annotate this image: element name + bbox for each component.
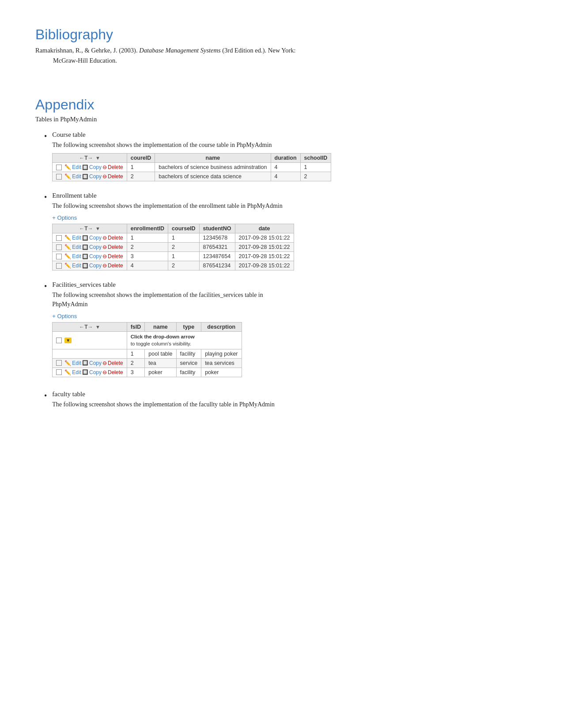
- course-row1-actions: ✏️ Edit 🔲 Copy ⊖ Delete: [53, 163, 127, 172]
- enroll-row2-checkbox[interactable]: [56, 244, 62, 250]
- copy-icon: 🔲: [82, 165, 88, 170]
- enroll-row4-date: 2017-09-28 15:01:22: [235, 261, 294, 270]
- fac-row3-name: poker: [145, 368, 176, 377]
- fac-col-type: type: [176, 323, 201, 332]
- bullet-content-facilities: Facilities_services table The following …: [52, 281, 528, 377]
- table-row: ✏️ Edit 🔲 Copy ⊖ Delete 3 1 1234876: [53, 252, 294, 261]
- enroll-row3-courseid: 1: [168, 252, 200, 261]
- fac-col-nav: ←T→ ▼: [53, 323, 127, 332]
- bullet-item-facilities: • Facilities_services table The followin…: [44, 281, 528, 377]
- fac-row2-actions: ✏️ Edit 🔲 Copy ⊖ Delete: [53, 358, 127, 368]
- fac-row2-checkbox[interactable]: [56, 360, 62, 366]
- delete-icon: ⊖: [102, 235, 107, 241]
- enroll-row3-checkbox[interactable]: [56, 254, 62, 259]
- fac-row2-fsid: 2: [127, 358, 145, 368]
- copy-button[interactable]: Copy: [89, 164, 102, 170]
- copy-button[interactable]: Copy: [89, 263, 102, 269]
- edit-icon: ✏️: [64, 235, 71, 241]
- enroll-row1-id: 1: [127, 233, 168, 243]
- table-row: ✏️ Edit 🔲 Copy ⊖ Delete 1 1 1234567: [53, 233, 294, 243]
- edit-button[interactable]: Edit: [72, 263, 81, 269]
- fac-row3-checkbox[interactable]: [56, 369, 62, 375]
- edit-button[interactable]: Edit: [72, 235, 81, 241]
- enroll-row2-actions: ✏️ Edit 🔲 Copy ⊖ Delete: [53, 243, 127, 252]
- enroll-row1-date: 2017-09-28 15:01:22: [235, 233, 294, 243]
- bullet-item-faculty: • faculty table The following screenshot…: [44, 390, 528, 413]
- course-row2-schoolid: 2: [300, 172, 331, 181]
- edit-icon: ✏️: [64, 253, 71, 259]
- edit-icon: ✏️: [64, 173, 71, 180]
- bullet-list: • Course table The following screenshot …: [44, 131, 528, 412]
- enroll-row4-courseid: 2: [168, 261, 200, 270]
- delete-button[interactable]: Delete: [108, 235, 123, 241]
- enroll-row2-courseid: 2: [168, 243, 200, 252]
- course-row2-checkbox[interactable]: [56, 174, 62, 180]
- course-col-schoolid: schoolID: [300, 154, 331, 163]
- table-row-tooltip: ▼ Click the drop-down arrow to toggle co…: [53, 332, 242, 349]
- course-row1-checkbox[interactable]: [56, 165, 62, 170]
- enroll-row3-date: 2017-09-28 15:01:22: [235, 252, 294, 261]
- edit-button[interactable]: Edit: [72, 164, 81, 170]
- faculty-table-desc: The following screenshot shows the imple…: [52, 400, 528, 409]
- fac-row1-name: pool table: [145, 349, 176, 358]
- fac-row2-name: tea: [145, 358, 176, 368]
- bullet-content-course: Course table The following screenshot sh…: [52, 131, 528, 181]
- copy-button[interactable]: Copy: [89, 253, 102, 259]
- bullet-dot-2: •: [44, 192, 47, 203]
- copy-button[interactable]: Copy: [89, 244, 102, 250]
- fac-row1-checkbox[interactable]: [56, 338, 62, 343]
- appendix-title: Appendix: [35, 97, 528, 113]
- enroll-col-courseid: courseID: [168, 224, 200, 233]
- table-row: ✏️ Edit 🔲 Copy ⊖ Delete 3 poker fac: [53, 368, 242, 377]
- bullet-content-faculty: faculty table The following screenshot s…: [52, 390, 528, 413]
- bullet-dot-3: •: [44, 281, 47, 292]
- delete-button[interactable]: Delete: [108, 263, 123, 269]
- edit-button[interactable]: Edit: [72, 173, 81, 180]
- delete-button[interactable]: Delete: [108, 360, 123, 366]
- edit-button[interactable]: Edit: [72, 369, 81, 375]
- fac-row3-actions: ✏️ Edit 🔲 Copy ⊖ Delete: [53, 368, 127, 377]
- copy-button[interactable]: Copy: [89, 360, 102, 366]
- table-row: ✏️ Edit 🔲 Copy ⊖ Delete 1 bachelors of s…: [53, 163, 331, 172]
- copy-icon: 🔲: [82, 235, 88, 241]
- delete-button[interactable]: Delete: [108, 164, 123, 170]
- edit-button[interactable]: Edit: [72, 244, 81, 250]
- enroll-row3-id: 3: [127, 252, 168, 261]
- fac-row1-descrption: playing poker: [201, 349, 242, 358]
- bullet-content-enrollment: Enrollment table The following screensho…: [52, 192, 528, 270]
- facilities-options-link[interactable]: + Options: [52, 313, 77, 319]
- delete-button[interactable]: Delete: [108, 244, 123, 250]
- delete-button[interactable]: Delete: [108, 253, 123, 259]
- copy-button[interactable]: Copy: [89, 235, 102, 241]
- edit-button[interactable]: Edit: [72, 360, 81, 366]
- delete-icon: ⊖: [102, 164, 107, 170]
- enrollment-table-desc: The following screenshot shows the imple…: [52, 201, 528, 210]
- bullet-dot-4: •: [44, 390, 47, 402]
- enroll-row2-id: 2: [127, 243, 168, 252]
- course-row1-schoolid: 1: [300, 163, 331, 172]
- faculty-table-title: faculty table: [52, 390, 528, 398]
- course-table-title: Course table: [52, 131, 528, 139]
- enrollment-options-link[interactable]: + Options: [52, 214, 77, 221]
- delete-button[interactable]: Delete: [108, 369, 123, 375]
- enroll-row4-studentno: 876541234: [199, 261, 235, 270]
- course-row2-name: bachelors of science data science: [155, 172, 271, 181]
- enroll-col-studentno: studentNO: [199, 224, 235, 233]
- enroll-row1-actions: ✏️ Edit 🔲 Copy ⊖ Delete: [53, 233, 127, 243]
- edit-button[interactable]: Edit: [72, 253, 81, 259]
- fac-row2-descrption: tea services: [201, 358, 242, 368]
- enroll-col-enrollmentid: enrollmentID: [127, 224, 168, 233]
- bibliography-title: Bibliography: [35, 26, 528, 43]
- course-row1-duration: 4: [271, 163, 300, 172]
- edit-icon: ✏️: [64, 360, 71, 366]
- fac-row1-fsid: 1: [127, 349, 145, 358]
- delete-button[interactable]: Delete: [108, 173, 123, 180]
- enroll-row4-checkbox[interactable]: [56, 263, 62, 269]
- enrollment-pma-table: ←T→ ▼ enrollmentID courseID studentNO da…: [52, 224, 294, 270]
- copy-button[interactable]: Copy: [89, 173, 102, 180]
- fac-row3-descrption: poker: [201, 368, 242, 377]
- fac-col-name: name: [145, 323, 176, 332]
- enroll-row1-checkbox[interactable]: [56, 235, 62, 241]
- copy-button[interactable]: Copy: [89, 369, 102, 375]
- course-row1-name: bachelors of science business adminstrat…: [155, 163, 271, 172]
